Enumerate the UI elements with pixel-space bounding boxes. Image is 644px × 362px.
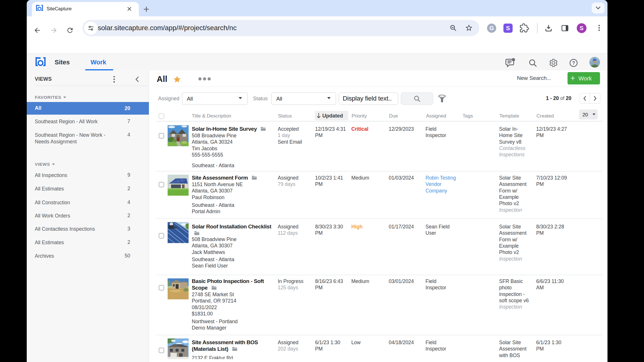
svg-text:?: ? (572, 60, 575, 66)
